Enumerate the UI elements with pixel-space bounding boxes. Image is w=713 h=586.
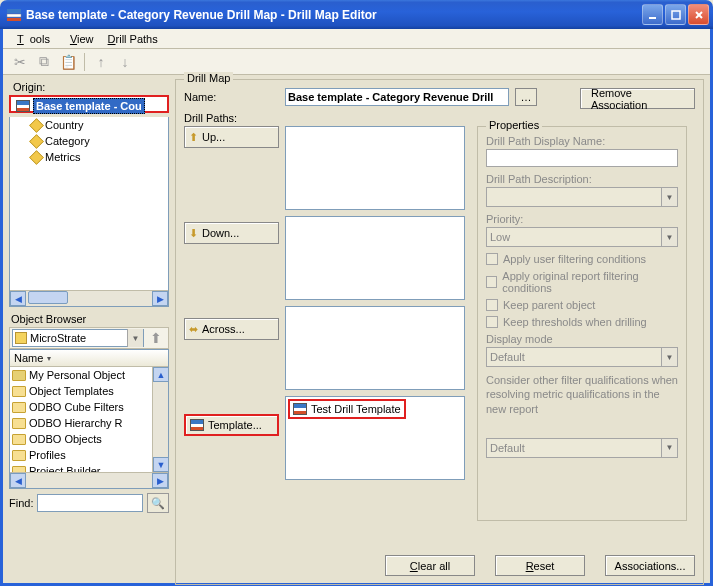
apply-original-check[interactable]: Apply original report filtering conditio… [486,270,678,294]
properties-group: Drill Path Display Name: Drill Path Desc… [477,126,687,521]
down-button[interactable]: ⬇ Down... [184,222,279,244]
find-input[interactable] [37,494,143,512]
paste-icon[interactable]: 📋 [57,51,79,73]
scroll-left-icon[interactable]: ◀ [10,291,26,306]
description-label: Drill Path Description: [486,173,678,185]
scroll-right-icon[interactable]: ▶ [152,473,168,488]
browse-button[interactable]: … [515,88,537,106]
reset-button[interactable]: Reset [495,555,585,576]
template-icon [16,100,30,112]
folder-icon [12,370,26,381]
display-name-input[interactable] [486,149,678,167]
up-button[interactable]: ⬆ Up... [184,126,279,148]
name-label: Name: [184,91,279,103]
app-icon [6,7,22,23]
display-mode-combo[interactable]: Default▼ [486,347,678,367]
down-arrow-icon: ⬇ [189,227,198,240]
list-item[interactable]: Object Templates [10,383,168,399]
template-list[interactable]: Test Drill Template [285,396,465,480]
arrow-up-icon[interactable]: ↑ [90,51,112,73]
across-button[interactable]: ⬌ Across... [184,318,279,340]
chevron-down-icon[interactable]: ▼ [661,348,677,366]
menu-drillpaths[interactable]: Drill Paths [102,31,164,47]
consider-label: Consider other filter qualifications whe… [486,373,678,416]
attribute-icon [29,118,44,133]
template-icon [293,403,307,415]
close-button[interactable] [688,4,709,25]
window-controls [642,4,709,25]
scroll-thumb[interactable] [28,291,68,304]
project-combo[interactable]: MicroStrate ▼ [12,329,144,347]
list-item[interactable]: ODBO Objects [10,431,168,447]
associations-button[interactable]: Associations... [605,555,695,576]
tree-item-metrics[interactable]: Metrics [10,149,168,165]
tree-item-country[interactable]: Country [10,117,168,133]
origin-hscroll[interactable]: ◀ ▶ [10,290,168,306]
menu-bar: Tools View Drill Paths [3,29,710,49]
object-browser-list[interactable]: Name▾ My Personal Object Object Template… [9,349,169,489]
metric-icon [29,150,44,165]
list-item[interactable]: My Personal Object [10,367,168,383]
scroll-left-icon[interactable]: ◀ [10,473,26,488]
chevron-down-icon[interactable]: ▼ [661,228,677,246]
chevron-down-icon[interactable]: ▼ [127,329,143,347]
apply-user-check[interactable]: Apply user filtering conditions [486,253,678,265]
svg-rect-0 [7,9,21,13]
up-list[interactable] [285,126,465,210]
keep-parent-check[interactable]: Keep parent object [486,299,678,311]
tree-item-category[interactable]: Category [10,133,168,149]
template-list-item[interactable]: Test Drill Template [288,399,406,419]
folder-icon [12,434,26,445]
object-browser-hscroll[interactable]: ◀ ▶ [10,472,168,488]
display-mode-label: Display mode [486,333,678,345]
list-item[interactable]: ODBO Cube Filters [10,399,168,415]
folder-icon [12,418,26,429]
name-field[interactable]: Base template - Category Revenue Drill [285,88,509,106]
folder-icon [12,402,26,413]
copy-icon[interactable]: ⧉ [33,51,55,73]
arrow-down-icon[interactable]: ↓ [114,51,136,73]
menu-tools[interactable]: Tools [11,31,62,47]
list-item[interactable]: Profiles [10,447,168,463]
up-arrow-icon: ⬆ [189,131,198,144]
object-browser-vscroll[interactable]: ▲ ▼ [152,367,168,472]
down-list[interactable] [285,216,465,300]
attribute-icon [29,134,44,149]
find-label: Find: [9,497,33,509]
tree-root[interactable]: Base template - Cou [11,97,167,115]
description-input[interactable]: ▼ [486,187,678,207]
up-folder-icon[interactable]: ⬆ [146,327,166,349]
list-item[interactable]: ODBO Hierarchy R [10,415,168,431]
window-title: Base template - Category Revenue Drill M… [26,8,642,22]
title-bar: Base template - Category Revenue Drill M… [0,0,713,29]
chevron-down-icon[interactable]: ▼ [661,439,677,457]
folder-icon [12,386,26,397]
keep-thresholds-check[interactable]: Keep thresholds when drilling [486,316,678,328]
priority-label: Priority: [486,213,678,225]
object-browser-toolbar: MicroStrate ▼ ⬆ [9,327,169,349]
template-icon [190,419,204,431]
maximize-button[interactable] [665,4,686,25]
find-button[interactable]: 🔍 [147,493,169,513]
priority-combo[interactable]: Low▼ [486,227,678,247]
svg-rect-2 [7,18,21,21]
across-list[interactable] [285,306,465,390]
filter-qual-combo[interactable]: Default▼ [486,438,678,458]
template-button[interactable]: Template... [184,414,279,436]
clear-all-button[interactable]: Clear all [385,555,475,576]
scroll-down-icon[interactable]: ▼ [153,457,169,472]
column-header-name[interactable]: Name▾ [10,350,168,367]
menu-view[interactable]: View [64,31,100,47]
drill-map-group: document.querySelector('.drillmap').setA… [175,79,704,585]
chevron-down-icon[interactable]: ▼ [661,188,677,206]
object-browser-label: Object Browser [9,313,169,325]
remove-association-button[interactable]: Remove Association [580,88,695,109]
svg-rect-4 [672,11,680,19]
scroll-right-icon[interactable]: ▶ [152,291,168,306]
cut-icon[interactable]: ✂ [9,51,31,73]
binoculars-icon: 🔍 [151,497,165,510]
origin-tree[interactable]: Base template - Cou [9,95,169,113]
scroll-up-icon[interactable]: ▲ [153,367,169,382]
drill-paths-label: Drill Paths: [184,112,695,124]
minimize-button[interactable] [642,4,663,25]
